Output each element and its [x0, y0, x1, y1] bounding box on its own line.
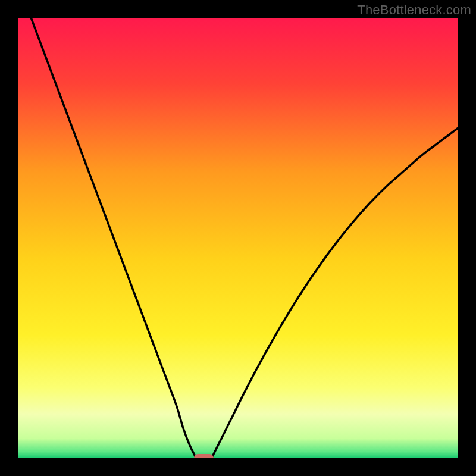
frame-left	[0, 0, 18, 476]
frame-bottom	[0, 458, 476, 476]
watermark-label: TheBottleneck.com	[357, 2, 471, 18]
optimum-marker	[194, 454, 214, 458]
svg-rect-0	[18, 18, 458, 458]
gradient-background	[18, 18, 458, 458]
frame-right	[458, 0, 476, 476]
plot-area	[18, 18, 458, 458]
chart-stage: TheBottleneck.com	[0, 0, 476, 476]
